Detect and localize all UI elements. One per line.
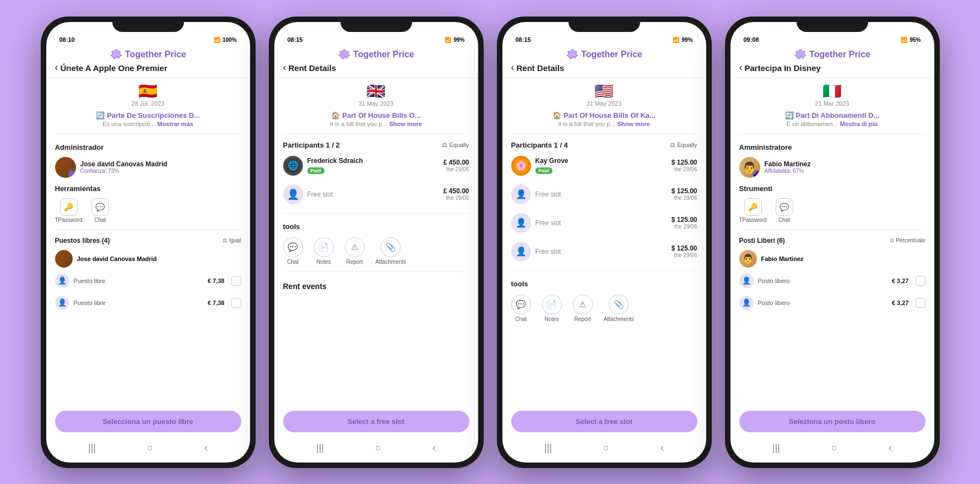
tpassword-label-1: TPassword [55,217,83,223]
phone-2: 08:15 📶 99% Together Price ‹ Rent Detail… [269,17,484,468]
report-tool-3[interactable]: ⚠ Report [573,295,593,322]
puesto-icon-1-1: 👤 [55,274,69,288]
sub-icon-1: 🔄 [96,111,105,119]
participant-price-2-2: £ 450.00 the 29/06 [443,187,469,201]
puesto-name-4-2: Posto libero [758,300,887,306]
chat-tool-3[interactable]: 💬 Chat [511,295,531,322]
tpassword-icon-4: 🔑 [744,198,762,216]
show-more-4[interactable]: Mostra di più [840,121,878,127]
participant-avatar-3-3: 👤 [511,213,531,233]
app-header-3: Together Price ‹ Rent Details [502,46,706,78]
chat-tool-2[interactable]: 💬 Chat [283,237,303,265]
sub-icon-3: 🏠 [553,111,561,119]
bottom-menu-1: ||| [88,442,96,454]
tools-label-3: tools [511,280,697,288]
time-1: 08:10 [59,36,75,43]
puesto-icon-4-1: 👤 [739,274,754,288]
bottom-nav-4: ||| ○ ‹ [730,438,934,463]
puestos-header-1: Puestos libres (4) ⚖ Igual [55,237,241,244]
paid-badge-2-1: Paid [307,167,324,174]
participant-price-2-1: £ 450.00 the 29/06 [443,159,469,172]
admin-label-1: Administrador [55,143,241,151]
notes-label-2: Notes [316,259,331,265]
content-3: 🇺🇸 31 May 2023 🏠 Part Of House Bills Of … [502,78,706,438]
participant-info-3-3: Free slot [535,219,667,227]
puesto-name-4-1: Posto libero [758,278,887,284]
puesto-row-1-1: 👤 Puesto libre € 7,38 [55,272,241,290]
select-btn-2[interactable]: Select a free slot [283,411,469,432]
back-button-1[interactable]: ‹ [55,62,58,73]
participant-avatar-2-2: 👤 [283,184,303,204]
select-btn-4[interactable]: Seleziona un posto libero [739,411,925,432]
date-2: 31 May 2023 [359,100,394,107]
sub-desc-3: It is a bill that you p... [558,121,615,127]
puesto-name-1-1: Puesto libre [74,278,203,284]
sub-title-1: 🔄 Parte De Suscripciones D... Es una sus… [55,111,241,127]
price-date-2-1: the 29/06 [443,166,469,172]
tools-label-4: Strumenti [739,184,925,193]
free-slot-label-3-4: Free slot [535,248,667,255]
report-tool-2[interactable]: ⚠ Report [345,237,365,265]
tpassword-tool-1[interactable]: 🔑 TPassword [55,198,83,223]
participant-row-3-4: 👤 Free slot $ 125.00 the 29/06 [511,240,697,264]
attachments-tool-3[interactable]: 📎 Attachments [604,295,635,322]
content-4: 🇮🇹 21 Mar 2023 🔄 Part Di Abbonamenti D..… [730,78,934,438]
participant-name-3-1: Kay Grove [535,157,667,165]
flag-2: 🇬🇧 [366,84,386,99]
slot-checkbox-1-1[interactable] [231,276,241,286]
sub-name-1: Parte De Suscripciones D... [107,111,200,119]
app-title-2: Together Price [353,50,414,59]
report-label-2: Report [346,259,362,265]
flag-date-3: 🇺🇸 31 May 2023 [511,84,697,107]
participant-price-3-3: $ 125.00 the 29/06 [672,216,697,230]
price-amount-3-3: $ 125.00 [672,216,697,224]
back-button-2[interactable]: ‹ [283,62,286,73]
admin-row-4: 👨 ✓ Fabio Martinez Affidabilità: 67% [739,157,925,178]
back-button-3[interactable]: ‹ [511,62,515,73]
split-type-2: ⚖ Equally [442,142,469,149]
slot-checkbox-1-2[interactable] [231,298,241,308]
content-1: 🇪🇸 28 Jul. 2023 🔄 Parte De Suscripciones… [46,78,250,438]
phone-3: 08:15 📶 99% Together Price ‹ Rent Detail… [497,17,712,468]
bottom-back-2: ‹ [432,442,436,454]
participants-label-3: Participants 1 / 4 [511,141,568,149]
wifi-icon-1: 📶 [214,37,220,43]
admin-trust-1: Confianza: 73% [80,168,167,174]
show-more-3[interactable]: Show more [618,121,650,127]
price-date-3-1: the 29/06 [672,166,697,172]
tpassword-tool-4[interactable]: 🔑 TPassword [739,198,767,223]
tpassword-label-4: TPassword [739,217,767,223]
admin-badge-1: ✓ [68,170,76,178]
puestos-header-4: Posti Liberi (6) ⊙ Percentuale [739,237,925,244]
select-btn-3[interactable]: Select a free slot [511,411,697,432]
price-amount-3-2: $ 125.00 [672,187,697,195]
price-date-2-2: the 29/06 [443,195,469,201]
bottom-nav-1: ||| ○ ‹ [46,438,250,463]
report-icon-2: ⚠ [345,237,365,257]
bottom-menu-4: ||| [772,442,780,454]
slot-checkbox-4-1[interactable] [916,276,925,286]
notes-tool-3[interactable]: 📄 Notes [542,295,562,322]
chat-label-2: Chat [287,259,299,265]
participant-price-3-1: $ 125.00 the 29/06 [672,159,697,172]
price-amount-3-4: $ 125.00 [672,244,697,252]
admin-info-4: Fabio Martinez Affidabilità: 67% [765,160,811,174]
chat-tool-4[interactable]: 💬 Chat [776,198,793,223]
flag-1: 🇪🇸 [138,84,158,99]
slot-checkbox-4-2[interactable] [916,298,925,308]
attachments-label-3: Attachments [604,316,635,322]
bottom-home-3: ○ [603,442,609,454]
back-button-4[interactable]: ‹ [739,62,743,73]
sub-name-4: Part Di Abbonamenti D... [796,111,880,119]
participant-row-2-2: 👤 Free slot £ 450.00 the 29/06 [283,182,469,206]
select-btn-1[interactable]: Selecciona un puesto libre [55,411,241,432]
time-3: 08:15 [516,36,531,43]
notes-tool-2[interactable]: 📄 Notes [314,237,334,265]
show-more-2[interactable]: Show more [389,121,422,127]
battery-3: 99% [681,37,692,43]
date-4: 21 Mar 2023 [815,100,849,107]
show-more-1[interactable]: Mostrar más [157,121,193,127]
app-logo-3 [566,48,578,61]
chat-tool-1[interactable]: 💬 Chat [91,198,109,223]
attachments-tool-2[interactable]: 📎 Attachments [376,237,407,265]
